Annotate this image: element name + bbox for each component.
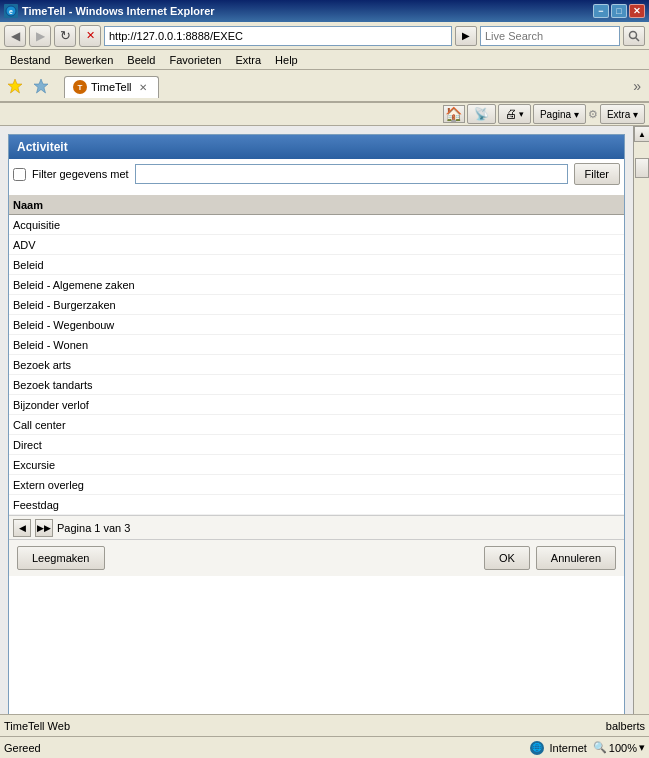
filter-label: Filter gegevens met [32, 168, 129, 180]
list-item[interactable]: Beleid [9, 255, 624, 275]
filter-button[interactable]: Filter [574, 163, 620, 185]
menu-favorieten[interactable]: Favorieten [163, 52, 227, 68]
scroll-up-button[interactable]: ▲ [634, 126, 649, 142]
bottom-bar: Gereed 🌐 Internet 🔍 100% ▾ [0, 736, 649, 758]
pagina-button[interactable]: Pagina ▾ [533, 104, 586, 124]
status-right: balberts [606, 720, 645, 732]
favorites-star[interactable] [4, 75, 26, 97]
zone-icon: 🌐 [530, 741, 544, 755]
window-title: TimeTell - Windows Internet Explorer [22, 5, 215, 17]
tab-timetell[interactable]: T TimeTell ✕ [64, 76, 159, 98]
list-item[interactable]: Beleid - Algemene zaken [9, 275, 624, 295]
home-button[interactable]: 🏠 [443, 105, 465, 123]
tab-icon: T [73, 80, 87, 94]
content-area: Activiteit Filter gegevens met Filter Na… [0, 126, 649, 758]
zoom-text: 🔍 [593, 741, 607, 754]
address-bar: ◀ ▶ ↻ ✕ ▶ [0, 22, 649, 50]
toolbar: T TimeTell ✕ » [0, 70, 649, 102]
back-button[interactable]: ◀ [4, 25, 26, 47]
status-bar: TimeTell Web balberts [0, 714, 649, 736]
menu-extra[interactable]: Extra [229, 52, 267, 68]
list-item[interactable]: Beleid - Burgerzaken [9, 295, 624, 315]
dialog-title: Activiteit [17, 140, 68, 154]
list-item[interactable]: Acquisitie [9, 215, 624, 235]
next-page-button[interactable]: ▶▶ [35, 519, 53, 537]
extra-button[interactable]: Extra ▾ [600, 104, 645, 124]
zone-text: Internet [550, 742, 587, 754]
list-item[interactable]: Extern overleg [9, 475, 624, 495]
list-item[interactable]: Call center [9, 415, 624, 435]
search-button[interactable] [623, 26, 645, 46]
search-input[interactable] [480, 26, 620, 46]
svg-line-3 [636, 37, 640, 41]
list-item[interactable]: Bijzonder verlof [9, 395, 624, 415]
zoom-dropdown-icon[interactable]: ▾ [639, 741, 645, 754]
menu-beeld[interactable]: Beeld [121, 52, 161, 68]
rss-button[interactable]: 📡 [467, 104, 496, 124]
page-text: Pagina 1 van 3 [57, 522, 130, 534]
leegmaken-button[interactable]: Leegmaken [17, 546, 105, 570]
inner-content: Activiteit Filter gegevens met Filter Na… [0, 126, 649, 758]
list-item[interactable]: Excursie [9, 455, 624, 475]
svg-marker-4 [8, 79, 22, 93]
pagination-row: ◀ ▶▶ Pagina 1 van 3 [9, 515, 624, 539]
tab-label: TimeTell [91, 81, 132, 93]
ok-button[interactable]: OK [484, 546, 530, 570]
list-item[interactable]: Direct [9, 435, 624, 455]
svg-point-2 [630, 31, 637, 38]
status-text: Gereed [4, 742, 41, 754]
address-input[interactable] [104, 26, 452, 46]
column-header-naam: Naam [13, 199, 43, 211]
list-item[interactable]: Bezoek tandarts [9, 375, 624, 395]
dialog-footer: Leegmaken OK Annuleren [9, 539, 624, 576]
table-header: Naam [9, 195, 624, 215]
app-icon: e [4, 4, 18, 18]
list-item[interactable]: Feestdag [9, 495, 624, 515]
svg-text:e: e [9, 8, 13, 15]
list-item[interactable]: ADV [9, 235, 624, 255]
prev-page-button[interactable]: ◀ [13, 519, 31, 537]
add-favorites-star[interactable] [30, 75, 52, 97]
table-list: AcquisitieADVBeleidBeleid - Algemene zak… [9, 215, 624, 515]
minimize-button[interactable]: − [593, 4, 609, 18]
list-item[interactable]: Beleid - Wegenbouw [9, 315, 624, 335]
stop-button[interactable]: ✕ [79, 25, 101, 47]
separator1: ⚙ [588, 108, 598, 121]
menu-bestand[interactable]: Bestand [4, 52, 56, 68]
tab-bar: T TimeTell ✕ [60, 74, 625, 98]
list-item[interactable]: Beleid - Wonen [9, 335, 624, 355]
toolbar2: 🏠 📡 🖨 ▾ Pagina ▾ ⚙ Extra ▾ [0, 102, 649, 126]
menu-bar: Bestand Bewerken Beeld Favorieten Extra … [0, 50, 649, 70]
scroll-thumb[interactable] [635, 158, 649, 178]
scrollbar-vertical[interactable]: ▲ ▼ [633, 126, 649, 758]
svg-marker-5 [34, 79, 48, 93]
filter-checkbox[interactable] [13, 168, 26, 181]
filter-row: Filter gegevens met Filter [9, 159, 624, 189]
go-button[interactable]: ▶ [455, 26, 477, 46]
menu-bewerken[interactable]: Bewerken [58, 52, 119, 68]
tab-close[interactable]: ✕ [136, 80, 150, 94]
dialog-title-bar: Activiteit [9, 135, 624, 159]
window-controls: − □ ✕ [593, 4, 645, 18]
cancel-button[interactable]: Annuleren [536, 546, 616, 570]
close-button[interactable]: ✕ [629, 4, 645, 18]
menu-help[interactable]: Help [269, 52, 304, 68]
forward-button[interactable]: ▶ [29, 25, 51, 47]
filter-input[interactable] [135, 164, 568, 184]
status-left: TimeTell Web [4, 720, 70, 732]
more-tabs-button[interactable]: » [629, 78, 645, 94]
dialog-panel: Activiteit Filter gegevens met Filter Na… [8, 134, 625, 750]
refresh-button[interactable]: ↻ [54, 25, 76, 47]
list-item[interactable]: Bezoek arts [9, 355, 624, 375]
print-button[interactable]: 🖨 ▾ [498, 104, 531, 124]
title-bar: e TimeTell - Windows Internet Explorer −… [0, 0, 649, 22]
zoom-level: 100% [609, 742, 637, 754]
maximize-button[interactable]: □ [611, 4, 627, 18]
